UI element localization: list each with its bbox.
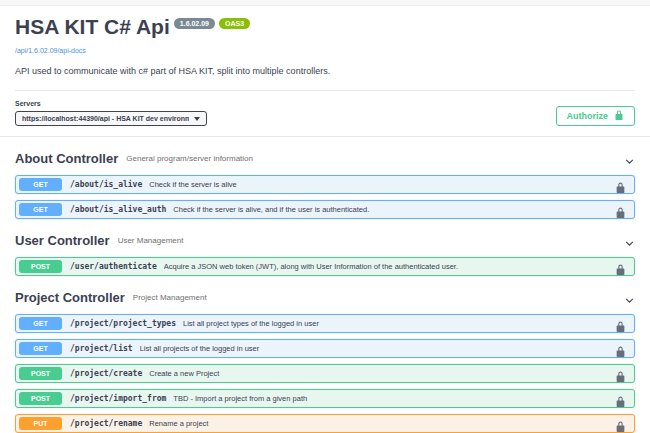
lock-icon[interactable] [615, 393, 626, 404]
server-select-value: https://localhost:44390/api - HSA KIT de… [22, 115, 189, 122]
lock-icon[interactable] [615, 343, 626, 354]
scheme-container: Servers https://localhost:44390/api - HS… [0, 91, 650, 137]
endpoint-path: /about/is_alive_auth [70, 205, 166, 214]
spec-link[interactable]: /api/1.6.02.09/api-docs [15, 47, 86, 54]
lock-icon[interactable] [615, 368, 626, 379]
operation-row[interactable]: GET /project/project_types List all proj… [15, 314, 635, 333]
endpoint-path: /project/project_types [70, 319, 176, 328]
lock-icon[interactable] [615, 418, 626, 429]
method-badge: GET [19, 342, 62, 355]
authorize-label: Authorize [567, 111, 609, 121]
endpoint-summary: List all projects of the logged in user [140, 344, 607, 353]
operations-list: About Controller General program/server … [0, 149, 650, 433]
section-header-about[interactable]: About Controller General program/server … [15, 149, 635, 168]
endpoint-path: /project/rename [70, 419, 142, 428]
operation-row[interactable]: GET /about/is_alive_auth Check if the se… [15, 200, 635, 219]
server-select[interactable]: https://localhost:44390/api - HSA KIT de… [15, 111, 207, 126]
page-title: HSA KIT C# Api [15, 15, 170, 38]
api-info-section: HSA KIT C# Api1.6.02.09OAS3 /api/1.6.02.… [0, 6, 650, 91]
lock-icon [614, 110, 624, 122]
authorize-button[interactable]: Authorize [556, 106, 636, 126]
lock-icon[interactable] [615, 204, 626, 215]
operation-row[interactable]: POST /project/import_from TBD - Import a… [15, 389, 635, 408]
chevron-down-icon[interactable] [624, 292, 635, 303]
section-title: About Controller [15, 151, 118, 166]
lock-icon[interactable] [615, 318, 626, 329]
method-badge: GET [19, 317, 62, 330]
lock-icon[interactable] [615, 261, 626, 272]
servers-block: Servers https://localhost:44390/api - HS… [15, 100, 207, 126]
section-title: User Controller [15, 233, 110, 248]
endpoint-summary: Acquire a JSON web token (JWT), along wi… [164, 262, 607, 271]
chevron-down-icon[interactable] [624, 235, 635, 246]
api-description: API used to communicate with c# part of … [15, 66, 635, 76]
endpoint-summary: Rename a project [149, 419, 607, 428]
method-badge: POST [19, 367, 62, 380]
endpoint-summary: TBD - Import a project from a given path [173, 394, 607, 403]
operation-row[interactable]: PUT /project/rename Rename a project [15, 414, 635, 433]
method-badge: GET [19, 203, 62, 216]
endpoint-summary: List all project types of the logged in … [183, 319, 607, 328]
section-title: Project Controller [15, 290, 125, 305]
endpoint-summary: Check if the server is alive, and if the… [173, 205, 607, 214]
section-description: Project Management [133, 293, 207, 302]
servers-label: Servers [15, 100, 207, 107]
section-header-user[interactable]: User Controller User Management [15, 231, 635, 250]
endpoint-summary: Create a new Project [149, 369, 607, 378]
lock-icon[interactable] [615, 179, 626, 190]
section-header-project[interactable]: Project Controller Project Management [15, 288, 635, 307]
method-badge: POST [19, 392, 62, 405]
endpoint-summary: Check if the server is alive [149, 180, 607, 189]
endpoint-path: /user/authenticate [70, 262, 157, 271]
section-description: User Management [118, 236, 184, 245]
title-row: HSA KIT C# Api1.6.02.09OAS3 [15, 14, 635, 39]
operation-row[interactable]: POST /project/create Create a new Projec… [15, 364, 635, 383]
operation-row[interactable]: GET /project/list List all projects of t… [15, 339, 635, 358]
endpoint-path: /project/list [70, 344, 133, 353]
method-badge: PUT [19, 417, 62, 430]
section-description: General program/server information [126, 154, 253, 163]
version-badge: 1.6.02.09 [174, 18, 215, 29]
endpoint-path: /project/create [70, 369, 142, 378]
method-badge: POST [19, 260, 62, 273]
method-badge: GET [19, 178, 62, 191]
chevron-down-icon[interactable] [624, 153, 635, 164]
oas3-badge: OAS3 [219, 18, 250, 29]
operation-row[interactable]: GET /about/is_alive Check if the server … [15, 175, 635, 194]
endpoint-path: /about/is_alive [70, 180, 142, 189]
operation-row[interactable]: POST /user/authenticate Acquire a JSON w… [15, 257, 635, 276]
endpoint-path: /project/import_from [70, 394, 166, 403]
chevron-down-icon [194, 117, 200, 121]
